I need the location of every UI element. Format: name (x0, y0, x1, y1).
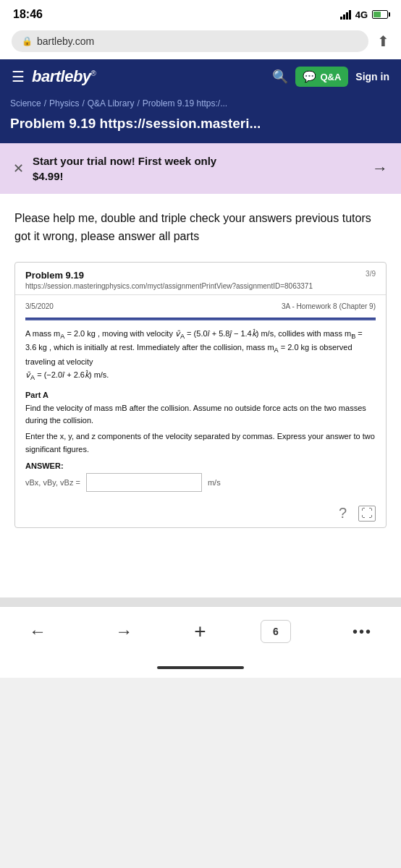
breadcrumb-sep-2: / (82, 98, 84, 109)
nav-right: 🔍 💬 Q&A Sign in (272, 67, 389, 87)
part-instruction: Enter the x, y, and z components of the … (25, 430, 376, 456)
card-footer: ? ⛶ (15, 499, 386, 527)
problem-page-number: 3/9 (366, 270, 376, 278)
problem-card-separator (25, 318, 376, 320)
nav-left: ☰ bartleby® (12, 67, 96, 86)
new-tab-button[interactable]: + (194, 620, 206, 643)
home-indicator (0, 660, 401, 678)
status-icons: 4G (340, 9, 388, 20)
more-menu-button[interactable]: ••• (345, 619, 379, 644)
forward-button[interactable]: → (108, 617, 140, 646)
lock-icon: 🔒 (22, 36, 33, 46)
network-type: 4G (355, 9, 368, 20)
expand-icon[interactable]: ⛶ (358, 506, 376, 522)
problem-card-title: Problem 9.19 (25, 270, 376, 281)
problem-card-url: https://session.masteringphysics.com/myc… (25, 282, 376, 290)
problem-date: 3/5/2020 (25, 302, 54, 310)
url-bar-container: 🔒 bartleby.com ⬆ (0, 26, 401, 59)
status-time: 18:46 (13, 8, 43, 21)
back-button[interactable]: ← (22, 617, 54, 646)
url-bar[interactable]: 🔒 bartleby.com (12, 30, 368, 52)
breadcrumb-sep-3: / (137, 98, 139, 109)
chat-icon: 💬 (303, 70, 316, 83)
trial-banner-arrow[interactable]: → (372, 159, 388, 178)
part-description: Find the velocity of mass mB after the c… (25, 402, 376, 427)
hamburger-icon[interactable]: ☰ (12, 68, 25, 85)
status-bar: 18:46 4G (0, 0, 401, 26)
search-icon[interactable]: 🔍 (272, 69, 288, 85)
main-content: Please help me, double and triple check … (0, 194, 401, 597)
part-label: Part A (25, 391, 376, 399)
nav-bar: ☰ bartleby® 🔍 💬 Q&A Sign in (0, 59, 401, 94)
signin-button[interactable]: Sign in (355, 71, 389, 82)
answer-prefix: vBx, vBy, vBz = (25, 478, 80, 487)
help-icon[interactable]: ? (339, 505, 347, 522)
qna-button[interactable]: 💬 Q&A (295, 67, 348, 87)
trial-banner-text: Start your trial now! First week only $4… (33, 153, 365, 184)
close-banner-button[interactable]: ✕ (13, 161, 24, 176)
breadcrumb: Science / Physics / Q&A Library / Proble… (0, 94, 401, 111)
breadcrumb-qna-library[interactable]: Q&A Library (88, 98, 135, 109)
problem-card: 3/9 Problem 9.19 https://session.masteri… (14, 262, 387, 529)
url-text: bartleby.com (37, 35, 94, 47)
bartleby-logo: bartleby® (32, 67, 96, 86)
page-title: Problem 9.19 https://session.masteri... (10, 116, 391, 132)
problem-homework: 3A - Homework 8 (Chapter 9) (282, 302, 376, 310)
tab-switcher-button[interactable]: 6 (261, 620, 291, 643)
problem-card-date-row: 3/5/2020 3A - Homework 8 (Chapter 9) (25, 302, 376, 310)
answer-row: vBx, vBy, vBz = m/s (25, 473, 376, 492)
answer-label: ANSWER: (25, 461, 376, 470)
home-bar (157, 666, 244, 669)
question-intro: Please help me, double and triple check … (14, 210, 387, 246)
breadcrumb-physics[interactable]: Physics (49, 98, 79, 109)
breadcrumb-science[interactable]: Science (10, 98, 41, 109)
bottom-nav: ← → + 6 ••• (0, 606, 401, 660)
answer-input[interactable] (86, 473, 202, 492)
content-spacer (14, 540, 387, 583)
signal-bars-icon (340, 9, 351, 20)
problem-card-body: 3/5/2020 3A - Homework 8 (Chapter 9) A m… (15, 295, 386, 500)
breadcrumb-sep-1: / (44, 98, 46, 109)
answer-unit: m/s (208, 478, 221, 487)
share-icon[interactable]: ⬆ (377, 33, 389, 50)
trial-banner: ✕ Start your trial now! First week only … (0, 143, 401, 194)
breadcrumb-problem: Problem 9.19 https:/... (143, 98, 227, 109)
problem-card-header: 3/9 Problem 9.19 https://session.masteri… (15, 263, 386, 295)
page-title-bar: Problem 9.19 https://session.masteri... (0, 111, 401, 143)
gray-divider (0, 597, 401, 606)
problem-body-text: A mass mA = 2.0 kg , moving with velocit… (25, 328, 376, 383)
battery-icon (372, 10, 388, 19)
